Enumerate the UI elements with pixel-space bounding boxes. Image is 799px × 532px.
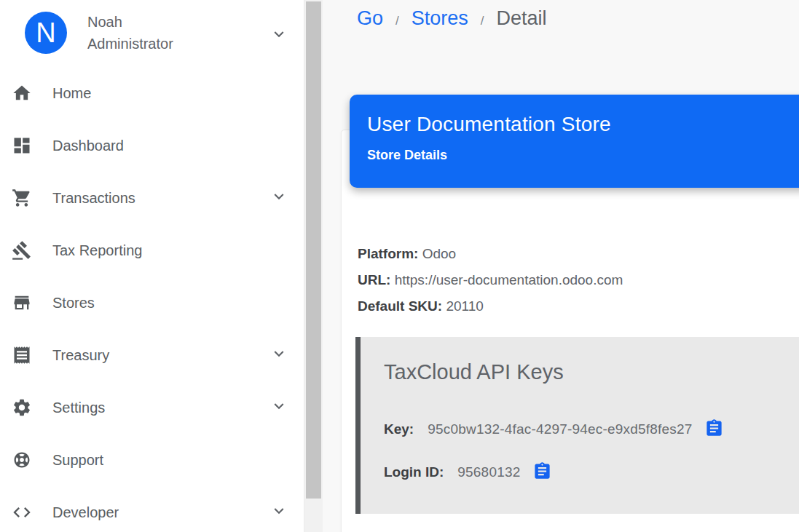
breadcrumb-link-stores[interactable]: Stores (412, 7, 468, 30)
chevron-down-icon (269, 25, 288, 47)
scrollbar-thumb[interactable] (306, 1, 321, 499)
key-label: Key: (384, 421, 414, 437)
store-title: User Documentation Store (367, 113, 799, 136)
key-value: 95c0bw132-4fac-4297-94ec-e9xd5f8fes27 (428, 421, 692, 437)
url-label: URL: (358, 272, 390, 287)
cart-icon (12, 188, 32, 208)
platform-value: Odoo (422, 246, 456, 261)
clipboard-icon (532, 461, 552, 483)
app-window: N Noah Administrator Home Dashboard (0, 0, 799, 532)
login-id-row: Login ID: 95680132 (384, 462, 799, 483)
sidebar-item-label: Tax Reporting (52, 242, 142, 259)
platform-row: Platform: Odoo (358, 241, 623, 267)
sidebar-item-settings[interactable]: Settings (0, 381, 304, 434)
breadcrumb-current: Detail (497, 7, 547, 30)
dashboard-icon (12, 135, 32, 156)
sidebar-item-support[interactable]: Support (0, 434, 304, 486)
copy-login-id-button[interactable] (532, 462, 552, 483)
breadcrumb-separator: / (481, 14, 484, 28)
platform-label: Platform: (358, 246, 418, 261)
sidebar-item-label: Dashboard (52, 138, 124, 154)
sidebar-item-dashboard[interactable]: Dashboard (0, 119, 304, 172)
store-banner: User Documentation Store Store Details (350, 95, 799, 188)
main-content: Go / Stores / Detail Platform: Odoo URL:… (323, 0, 799, 532)
sidebar-nav: Home Dashboard Transactions Tax Reportin… (0, 67, 304, 532)
user-first-name: Noah (87, 11, 173, 33)
store-meta: Platform: Odoo URL: https://user-documen… (358, 241, 623, 319)
sidebar-item-developer[interactable]: Developer (0, 486, 304, 532)
sidebar-item-treasury[interactable]: Treasury (0, 329, 304, 381)
support-icon (12, 450, 32, 470)
api-key-row: Key: 95c0bw132-4fac-4297-94ec-e9xd5f8fes… (384, 419, 799, 440)
sidebar-item-transactions[interactable]: Transactions (0, 172, 304, 224)
sidebar-item-label: Home (52, 85, 91, 102)
home-icon (12, 83, 32, 103)
sidebar-item-tax-reporting[interactable]: Tax Reporting (0, 224, 304, 277)
store-detail-card: Platform: Odoo URL: https://user-documen… (341, 130, 799, 532)
user-role: Administrator (87, 33, 173, 55)
sidebar-item-stores[interactable]: Stores (0, 277, 304, 329)
chevron-down-icon (269, 187, 288, 209)
store-icon (12, 293, 32, 313)
store-subtitle: Store Details (367, 148, 799, 163)
sidebar-item-label: Settings (52, 400, 105, 416)
chevron-down-icon (269, 397, 288, 418)
breadcrumb-link-go[interactable]: Go (357, 7, 383, 30)
clipboard-icon (704, 418, 724, 440)
sidebar-item-home[interactable]: Home (0, 67, 304, 119)
login-id-value: 95680132 (457, 464, 520, 480)
copy-key-button[interactable] (704, 419, 725, 440)
sidebar-item-label: Treasury (52, 347, 109, 364)
sidebar-item-label: Stores (52, 295, 95, 311)
receipt-icon (12, 345, 32, 365)
url-value: https://user-documentation.odoo.com (395, 272, 623, 287)
login-id-label: Login ID: (384, 464, 444, 480)
gear-icon (12, 397, 32, 418)
sku-value: 20110 (446, 298, 483, 314)
breadcrumb-separator: / (395, 14, 399, 28)
breadcrumb: Go / Stores / Detail (357, 7, 547, 30)
sku-label: Default SKU: (358, 298, 442, 314)
avatar: N (25, 12, 67, 54)
avatar-initial: N (36, 17, 55, 49)
chevron-down-icon (269, 501, 288, 523)
sidebar: N Noah Administrator Home Dashboard (0, 0, 304, 532)
sidebar-item-label: Transactions (52, 190, 135, 207)
sidebar-item-label: Support (52, 452, 103, 469)
url-row: URL: https://user-documentation.odoo.com (358, 267, 623, 293)
chevron-down-icon (269, 344, 288, 366)
sidebar-item-label: Developer (52, 504, 119, 521)
api-keys-title: TaxCloud API Keys (384, 360, 799, 384)
api-keys-panel: TaxCloud API Keys Key: 95c0bw132-4fac-42… (355, 337, 799, 514)
gavel-icon (12, 240, 32, 261)
code-icon (12, 502, 32, 523)
vertical-scrollbar[interactable] (304, 0, 323, 532)
sku-row: Default SKU: 20110 (358, 293, 623, 319)
user-menu[interactable]: N Noah Administrator (0, 0, 304, 67)
user-name: Noah Administrator (87, 11, 173, 55)
